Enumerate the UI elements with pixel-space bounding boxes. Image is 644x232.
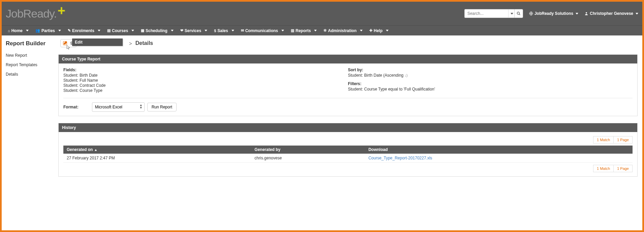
communications-icon: ✉ xyxy=(241,28,244,33)
user-icon xyxy=(584,11,588,16)
main-menu: ⌂Home 👥Parties ✎Enrolments ▤Courses ▦Sch… xyxy=(2,25,642,35)
format-select-wrap: ▲▼ xyxy=(92,102,145,112)
menu-sales[interactable]: $Sales xyxy=(211,26,237,35)
menu-home[interactable]: ⌂Home xyxy=(4,26,32,35)
menu-communications[interactable]: ✉Communications xyxy=(238,26,287,35)
org-name: JobReady Solutions xyxy=(534,11,573,16)
col-generated-on[interactable]: Generated on▲ xyxy=(63,146,251,154)
sales-icon: $ xyxy=(214,29,216,33)
menu-parties[interactable]: 👥Parties xyxy=(32,26,64,35)
pager-match[interactable]: 1 Match xyxy=(593,136,614,144)
top-bar: JobReady. + JobReady Solutions Christoph… xyxy=(2,2,642,25)
cell-generated-by: chris.genovese xyxy=(251,154,365,163)
menu-label: Administration xyxy=(328,28,357,33)
search-scope-dropdown[interactable] xyxy=(508,9,514,18)
top-right: JobReady Solutions Christopher Genovese xyxy=(464,9,638,18)
main: Edit > Details Course Type Report Fields… xyxy=(58,35,642,230)
sidebar-item-new-report[interactable]: New Report xyxy=(6,53,54,58)
col-generated-by[interactable]: Generated by xyxy=(251,146,365,154)
logo: JobReady. + xyxy=(6,7,57,20)
menu-enrolments[interactable]: ✎Enrolments xyxy=(64,26,104,35)
pager-bottom: 1 Match 1 Page xyxy=(63,165,633,172)
sort-text: Student: Birth Date (Ascending xyxy=(348,73,404,78)
parties-icon: 👥 xyxy=(35,28,40,33)
field-item: Student: Birth Date xyxy=(63,73,348,78)
breadcrumb-separator: > xyxy=(129,41,132,46)
breadcrumb-current: Details xyxy=(135,40,153,46)
report-panel: Course Type Report Fields: Student: Birt… xyxy=(58,54,638,116)
user-menu[interactable]: Christopher Genovese xyxy=(584,11,638,16)
content: Report Builder New Report Report Templat… xyxy=(2,35,642,230)
menu-label: Scheduling xyxy=(146,28,167,33)
help-icon: ✚ xyxy=(369,28,372,33)
pager-page[interactable]: 1 Page xyxy=(613,136,633,144)
history-header-row: Generated on▲ Generated by Download xyxy=(63,146,633,154)
search-group xyxy=(464,9,523,18)
cell-generated-on: 27 February 2017 2:47 PM xyxy=(63,154,251,163)
sort-asc-icon: ▲ xyxy=(94,148,97,152)
menu-courses[interactable]: ▤Courses xyxy=(104,26,137,35)
field-item: Student: Contract Code xyxy=(63,83,348,88)
report-panel-title: Course Type Report xyxy=(59,55,637,63)
sort-label: Sort by: xyxy=(348,68,633,72)
search-button[interactable] xyxy=(514,9,523,18)
svg-point-3 xyxy=(586,12,587,14)
table-row: 27 February 2017 2:47 PM chris.genovese … xyxy=(63,154,633,163)
col-download[interactable]: Download xyxy=(365,146,633,154)
services-icon: ❤ xyxy=(180,28,183,33)
history-panel-title: History xyxy=(59,123,637,132)
menu-label: Sales xyxy=(217,28,228,33)
edit-tooltip: Edit xyxy=(72,38,123,46)
sidebar-item-details[interactable]: Details xyxy=(6,72,54,77)
pager-page[interactable]: 1 Page xyxy=(613,165,633,172)
run-report-button[interactable]: Run Report xyxy=(147,103,177,111)
tooltip-text: Edit xyxy=(75,40,83,45)
edit-icon xyxy=(63,41,67,46)
report-columns: Fields: Student: Birth Date Student: Ful… xyxy=(63,68,633,98)
sort-direction-icon: ↓) xyxy=(403,73,407,77)
menu-label: Home xyxy=(11,28,23,33)
menu-label: Courses xyxy=(112,28,128,33)
org-menu[interactable]: JobReady Solutions xyxy=(529,11,578,16)
menu-help[interactable]: ✚Help xyxy=(366,26,392,35)
pager-match[interactable]: 1 Match xyxy=(593,165,614,172)
administration-icon: ✲ xyxy=(324,28,327,33)
scheduling-icon: ▦ xyxy=(141,28,144,33)
menu-label: Communications xyxy=(245,28,278,33)
breadcrumb: Edit > Details xyxy=(58,38,638,48)
sidebar-item-report-templates[interactable]: Report Templates xyxy=(6,62,54,67)
edit-button[interactable] xyxy=(62,41,68,46)
menu-label: Services xyxy=(185,28,201,33)
menu-label: Parties xyxy=(41,28,55,33)
svg-line-1 xyxy=(519,14,520,15)
search-input[interactable] xyxy=(464,9,508,18)
logo-text: JobReady. xyxy=(6,7,57,20)
field-item: Student: Full Name xyxy=(63,78,348,83)
courses-icon: ▤ xyxy=(107,28,111,33)
history-table: Generated on▲ Generated by Download 27 F… xyxy=(63,146,633,163)
fields-label: Fields: xyxy=(63,68,348,72)
download-link[interactable]: Course_Type_Report-20170227.xls xyxy=(368,156,432,160)
menu-services[interactable]: ❤Services xyxy=(177,26,211,35)
history-panel-body: 1 Match 1 Page Generated on▲ Generated b… xyxy=(59,132,637,176)
svg-point-0 xyxy=(517,12,519,15)
field-item: Student: Course Type xyxy=(63,88,348,93)
sort-item: Student: Birth Date (Ascending ↓) xyxy=(348,73,633,78)
menu-label: Help xyxy=(374,28,382,33)
history-panel: History 1 Match 1 Page Generated on▲ Gen… xyxy=(58,123,638,177)
menu-administration[interactable]: ✲Administration xyxy=(320,26,366,35)
menu-reports[interactable]: ▥Reports xyxy=(287,26,320,35)
pager-top: 1 Match 1 Page xyxy=(63,136,633,144)
filters-label: Filters: xyxy=(348,81,633,86)
filter-item: Student: Course Type equal to 'Full Qual… xyxy=(348,87,633,92)
action-icon-group: Edit xyxy=(60,39,76,47)
format-select[interactable] xyxy=(92,102,145,112)
format-row: Format: ▲▼ Run Report xyxy=(63,102,633,112)
menu-label: Reports xyxy=(296,28,311,33)
search-icon xyxy=(517,11,521,16)
user-name: Christopher Genovese xyxy=(590,11,633,16)
home-icon: ⌂ xyxy=(8,29,10,33)
globe-icon xyxy=(529,11,533,16)
enrolments-icon: ✎ xyxy=(68,28,71,33)
menu-scheduling[interactable]: ▦Scheduling xyxy=(137,26,177,35)
